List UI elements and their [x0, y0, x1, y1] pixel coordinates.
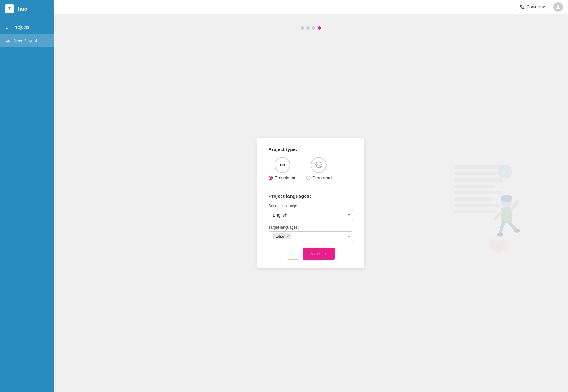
- svg-rect-6: [454, 197, 492, 201]
- translation-icon-circle: [275, 157, 290, 173]
- italian-tag[interactable]: Italian ×: [273, 233, 291, 239]
- back-arrow-icon: ←: [291, 251, 296, 256]
- avatar[interactable]: [553, 2, 563, 12]
- source-language-label: Source language:: [269, 204, 353, 208]
- svg-point-12: [501, 195, 512, 202]
- project-type-card: Project type: Translation: [257, 138, 364, 268]
- sidebar-item-label-projects: Projects: [13, 25, 29, 30]
- logo-icon: T: [5, 4, 14, 13]
- main: 📞 Contact us: [54, 0, 568, 392]
- svg-rect-2: [454, 172, 499, 175]
- step-indicators: [301, 26, 321, 30]
- card-actions: ← Next →: [269, 248, 353, 260]
- svg-rect-5: [454, 191, 502, 194]
- briefcase-icon: 🗂: [5, 24, 10, 30]
- target-language-input[interactable]: Italian ×: [269, 231, 353, 241]
- next-arrow-icon: →: [322, 251, 327, 256]
- proofread-option[interactable]: Proofread: [306, 157, 332, 180]
- sidebar-item-projects[interactable]: 🗂 Projects: [0, 20, 54, 34]
- header: 📞 Contact us: [54, 0, 568, 14]
- translation-radio[interactable]: [269, 176, 273, 180]
- svg-rect-7: [454, 204, 500, 207]
- svg-line-14: [512, 202, 518, 209]
- target-language-wrapper: Italian × ▾: [269, 231, 353, 241]
- svg-point-18: [497, 233, 503, 237]
- content: ♪: [54, 14, 568, 392]
- step-dot-4: [318, 26, 321, 30]
- source-language-select[interactable]: English French German Spanish: [269, 210, 353, 220]
- svg-line-16: [500, 223, 503, 233]
- svg-point-19: [514, 229, 520, 233]
- svg-rect-4: [454, 185, 495, 188]
- background-illustration: ♪: [448, 146, 530, 260]
- svg-rect-3: [454, 178, 503, 182]
- svg-point-0: [557, 5, 559, 7]
- sidebar-logo: T Taia: [0, 0, 54, 18]
- step-dot-2: [306, 26, 310, 30]
- languages-label: Project languages:: [269, 193, 353, 199]
- cloud-upload-icon: ☁: [5, 38, 10, 44]
- phone-icon: 📞: [520, 4, 525, 9]
- back-button[interactable]: ←: [287, 248, 299, 260]
- translation-option[interactable]: Translation: [269, 157, 297, 180]
- project-type-label: Project type:: [269, 147, 353, 152]
- section-divider: [269, 187, 353, 187]
- svg-line-17: [510, 223, 516, 230]
- italian-tag-label: Italian: [275, 234, 286, 239]
- proofread-icon-circle: [311, 157, 327, 173]
- sidebar-nav: 🗂 Projects ☁ New Project: [0, 18, 54, 50]
- step-dot-3: [312, 26, 315, 30]
- proofread-label-row: Proofread: [306, 175, 332, 180]
- target-languages-label: Target languages:: [269, 225, 353, 230]
- italian-tag-close[interactable]: ×: [287, 234, 289, 238]
- source-language-wrapper: English French German Spanish ▾: [269, 210, 353, 220]
- next-label: Next: [310, 251, 320, 256]
- svg-text:♪: ♪: [502, 169, 505, 175]
- project-type-options: Translation Proof: [269, 157, 353, 180]
- next-button[interactable]: Next →: [303, 248, 335, 260]
- svg-rect-1: [454, 165, 505, 169]
- svg-line-15: [495, 213, 501, 219]
- proofread-label: Proofread: [312, 175, 332, 180]
- svg-rect-13: [501, 207, 512, 223]
- translation-label-row: Translation: [269, 175, 297, 180]
- sidebar-item-new-project[interactable]: ☁ New Project: [0, 34, 54, 47]
- sidebar-item-label-new-project: New Project: [13, 38, 37, 43]
- proofread-radio[interactable]: [306, 176, 311, 180]
- translation-label: Translation: [275, 175, 297, 180]
- svg-rect-8: [454, 210, 497, 213]
- sidebar: T Taia 🗂 Projects ☁ New Project: [0, 0, 54, 392]
- app-name: Taia: [16, 6, 27, 12]
- contact-button-label: Contact us: [527, 4, 546, 9]
- contact-button[interactable]: 📞 Contact us: [516, 3, 550, 11]
- step-dot-1: [301, 26, 304, 30]
